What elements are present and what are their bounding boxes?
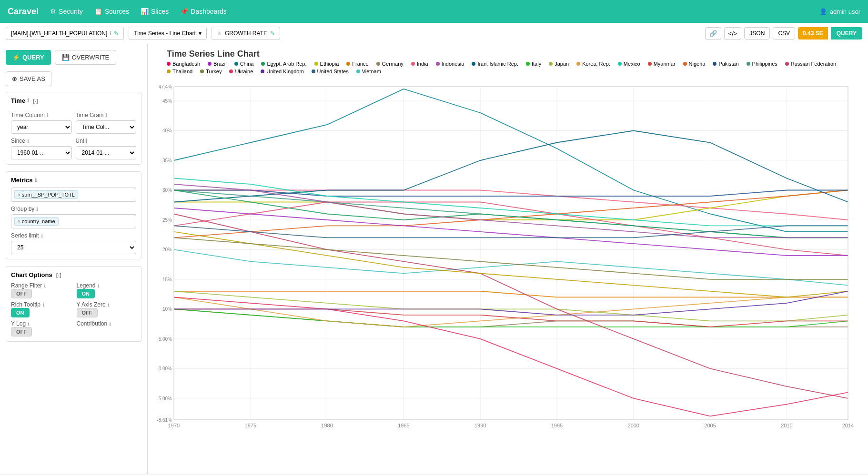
y-log-group: Y Log ℹ OFF [11, 320, 71, 336]
svg-text:1985: 1985 [398, 423, 409, 428]
legend-label: Philippines [752, 61, 777, 67]
time-grain-label: Time Grain ℹ [76, 112, 137, 119]
code-button[interactable]: </> [724, 27, 742, 40]
legend-group: Legend ℹ ON [77, 282, 137, 298]
rich-tooltip-group: Rich Tooltip ℹ ON [11, 301, 71, 317]
since-field: Since ℹ 1960-01-... [11, 134, 72, 159]
metrics-title: Metrics ℹ [11, 177, 136, 184]
nav-security[interactable]: ⚙ Security [50, 8, 83, 15]
time-collapse[interactable]: [-] [33, 98, 38, 104]
group-by-info: ℹ [36, 206, 38, 212]
user-icon: 👤 [819, 8, 827, 15]
rich-tooltip-label: Rich Tooltip ℹ [11, 301, 71, 308]
security-icon: ⚙ [50, 8, 56, 15]
nav-slices[interactable]: 📊 Slices [141, 8, 169, 15]
legend-color [356, 69, 360, 73]
chart-area: Time Series Line Chart BangladeshBrazilC… [148, 44, 868, 474]
legend-color [208, 62, 212, 66]
range-filter-toggle[interactable]: OFF [11, 289, 32, 298]
legend-label: United Kingdom [266, 69, 303, 74]
tag-x-metrics[interactable]: × [18, 192, 20, 198]
metrics-tag: × sum__SP_POP_TOTL [14, 190, 78, 199]
query-button[interactable]: ⚡ QUERY [6, 50, 51, 65]
legend-item: Myanmar [648, 61, 676, 67]
run-query-button[interactable]: QUERY [831, 27, 862, 40]
nav-sources[interactable]: 📋 Sources [94, 8, 129, 15]
legend-label: Ethiopia [320, 61, 339, 67]
time-column-field: Time Column ℹ year [11, 108, 72, 134]
legend-item: Mexico [618, 61, 640, 67]
save-as-button[interactable]: ⊕ SAVE AS [6, 71, 51, 86]
legend-toggle[interactable]: ON [77, 289, 95, 298]
until-label: Until [76, 138, 137, 144]
link-button[interactable]: 🔗 [705, 27, 721, 40]
svg-text:10%: 10% [162, 307, 172, 312]
legend-item: Germany [376, 61, 404, 67]
metrics-input[interactable]: × sum__SP_POP_TOTL [11, 188, 136, 202]
csv-button[interactable]: CSV [773, 27, 795, 40]
save-icon: 💾 [62, 54, 70, 61]
time-grain-info: ℹ [105, 112, 107, 119]
info-icon: ℹ [110, 30, 111, 37]
datasource-label: [MAIN].[WB_HEALTH_POPULATION] [11, 30, 107, 37]
legend-color [234, 62, 238, 66]
rich-tooltip-toggle[interactable]: ON [11, 308, 30, 317]
chart-type-selector[interactable]: Time Series - Line Chart ▾ [129, 27, 207, 40]
brand: Caravel [8, 7, 39, 17]
legend-item: Egypt, Arab Rep. [261, 61, 306, 67]
svg-text:35%: 35% [162, 158, 172, 163]
series-limit-select[interactable]: 25 [11, 241, 136, 254]
time-col-info: ℹ [47, 112, 49, 119]
metrics-section: Metrics ℹ × sum__SP_POP_TOTL Group by ℹ … [6, 171, 141, 259]
chart-options-grid: Range Filter ℹ OFF Legend ℹ ON Rich Tool… [11, 282, 136, 336]
chart-legend: BangladeshBrazilChinaEgypt, Arab Rep.Eth… [148, 61, 868, 77]
nav-dashboards[interactable]: 📌 Dashboards [180, 8, 227, 15]
range-filter-group: Range Filter ℹ OFF [11, 282, 71, 298]
overwrite-button[interactable]: 💾 OVERWRITE [55, 50, 117, 65]
tag-x-group[interactable]: × [18, 219, 20, 224]
svg-text:40%: 40% [162, 128, 172, 133]
datasource-selector[interactable]: [MAIN].[WB_HEALTH_POPULATION] ℹ ✎ [6, 27, 124, 40]
since-select[interactable]: 1960-01-... [11, 146, 72, 159]
time-column-label: Time Column ℹ [11, 112, 72, 119]
legend-item: Russian Federation [785, 61, 836, 67]
metric-selector[interactable]: ★ GROWTH RATE ✎ [212, 27, 280, 40]
time-grain-select[interactable]: Time Col... [76, 120, 137, 134]
time-info-icon: ℹ [27, 98, 29, 104]
until-select[interactable]: 2014-01-... [76, 146, 137, 159]
legend-label: Iran, Islamic Rep. [477, 61, 518, 67]
legend-item: United States [312, 69, 349, 74]
time-column-select[interactable]: year [11, 120, 72, 134]
dashboards-icon: 📌 [180, 8, 188, 15]
range-filter-info: ℹ [44, 283, 46, 289]
svg-text:5.00%: 5.00% [159, 336, 172, 342]
edit-icon[interactable]: ✎ [114, 30, 119, 37]
legend-color [314, 62, 318, 66]
legend-item: United Kingdom [261, 69, 303, 74]
legend-color [167, 69, 171, 73]
y-log-info: ℹ [28, 321, 30, 327]
range-filter-label: Range Filter ℹ [11, 282, 71, 289]
legend-item: Ukraine [229, 69, 253, 74]
group-by-input[interactable]: × country_name [11, 214, 136, 228]
series-limit-info: ℹ [41, 233, 43, 239]
legend-color [648, 62, 652, 66]
toolbar: [MAIN].[WB_HEALTH_POPULATION] ℹ ✎ Time S… [0, 23, 868, 44]
legend-item: Nigeria [683, 61, 706, 67]
y-axis-zero-toggle[interactable]: OFF [77, 308, 98, 317]
score-button[interactable]: 0.43 SE [798, 27, 828, 40]
legend-label: Italy [532, 61, 541, 67]
edit-metric-icon[interactable]: ✎ [270, 30, 275, 37]
legend-color [167, 62, 171, 66]
svg-text:1980: 1980 [321, 423, 333, 428]
legend-item: France [346, 61, 368, 67]
legend-label: Brazil [213, 61, 227, 67]
since-info: ℹ [27, 138, 29, 144]
json-button[interactable]: JSON [744, 27, 770, 40]
chart-options-collapse[interactable]: [-] [56, 272, 61, 278]
svg-text:2005: 2005 [704, 423, 716, 428]
legend-color [618, 62, 622, 66]
y-log-toggle[interactable]: OFF [11, 327, 32, 336]
legend-item: Brazil [208, 61, 227, 67]
svg-text:15%: 15% [162, 277, 172, 282]
